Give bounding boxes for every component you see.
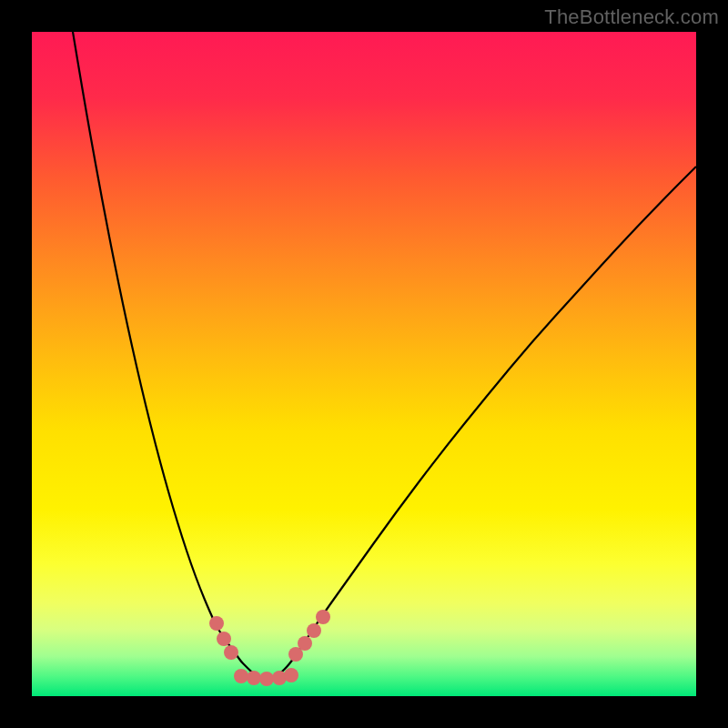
bottom-markers-right-point bbox=[307, 623, 321, 638]
bottom-markers-left-point bbox=[224, 645, 238, 660]
bottom-markers-left-point bbox=[217, 632, 231, 646]
bottom-markers-right-point bbox=[298, 636, 312, 651]
chart-frame: TheBottleneck.com bbox=[0, 0, 728, 728]
bottom-markers-left-point bbox=[209, 616, 224, 631]
gradient-background bbox=[32, 32, 696, 696]
bottom-markers-right-point bbox=[316, 610, 330, 624]
bottom-markers-flat-point bbox=[259, 672, 274, 686]
bottom-markers-flat-point bbox=[284, 668, 298, 682]
plot-area bbox=[32, 32, 696, 696]
chart-svg bbox=[32, 32, 696, 696]
bottom-markers-flat-point bbox=[234, 669, 248, 683]
watermark-text: TheBottleneck.com bbox=[544, 5, 719, 29]
bottom-markers-flat-point bbox=[247, 671, 261, 685]
